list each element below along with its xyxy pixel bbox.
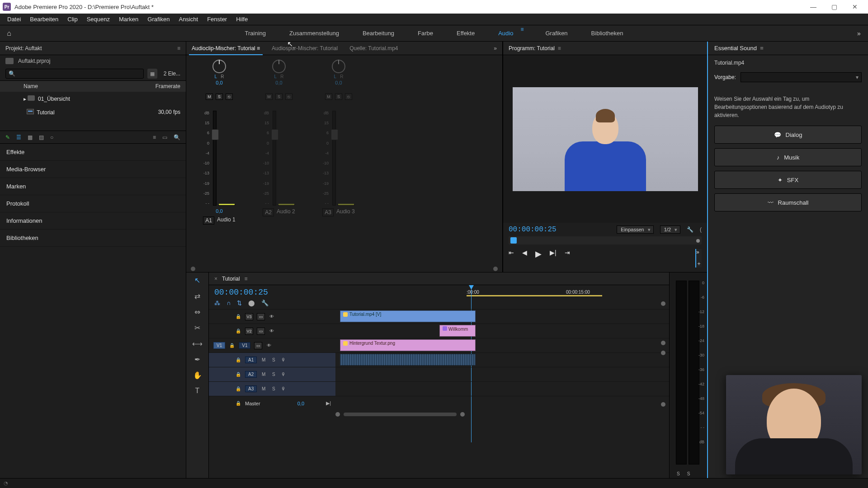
add-button[interactable]: ＋ [696,260,702,267]
program-timecode[interactable]: 00:00:00:25 [509,225,557,234]
menu-hilfe[interactable]: Hilfe [231,14,252,25]
mute-button[interactable]: M [265,94,273,100]
pan-value[interactable]: 0,0 [335,80,342,85]
solo-button[interactable]: S [275,94,283,100]
program-resolution-dropdown[interactable]: 1/2 [660,225,680,234]
track-header-a1[interactable]: 🔒A1 MS🎙 [209,352,335,367]
go-to-in-button[interactable]: ⇤ [509,249,514,267]
workspace-zusammenstellung[interactable]: Zusammenstellung [288,26,341,40]
panel-marken[interactable]: Marken [0,178,186,195]
ripple-edit-tool[interactable]: ⇔ [194,308,200,316]
scroll-handle[interactable] [661,402,665,407]
go-to-next-icon[interactable]: ▶| [326,400,331,406]
workspace-effekte[interactable]: Effekte [455,26,476,40]
menu-datei[interactable]: Datei [3,14,25,25]
bracket-icon[interactable]: ( [700,226,702,233]
column-name[interactable]: Name [18,83,145,89]
timeline-timecode[interactable]: 00:00:00:25 [214,288,330,297]
fx-bypass-button[interactable]: ⦸ [345,94,352,100]
mixer-scroll-left[interactable] [191,267,195,271]
home-button[interactable]: ⌂ [0,29,18,38]
solo-left[interactable]: S [677,471,680,476]
track-header-a3[interactable]: 🔒A3 MS🎙 [209,381,335,396]
fader[interactable] [213,111,217,206]
mute-button[interactable]: M [260,357,267,362]
pan-knob[interactable] [212,60,226,73]
freeform-view-icon[interactable]: ▤ [39,134,44,141]
lock-icon[interactable]: 🔒 [235,314,241,319]
icon-view-icon[interactable]: ▦ [28,134,33,141]
workspace-farbe[interactable]: Farbe [416,26,435,40]
pan-knob[interactable] [332,60,345,73]
tab-quelle[interactable]: Quelle: Tutorial.mp4 [349,45,398,52]
clip-v2[interactable]: Willkomm [439,325,476,337]
preset-dropdown[interactable] [741,72,862,82]
project-search-input[interactable]: 🔍 [5,69,144,79]
pen-tool[interactable]: ✒ [194,355,200,364]
hzoom-bar[interactable] [344,413,457,416]
track-select-tool[interactable]: ⇄ [194,292,200,300]
project-view-grid-icon[interactable]: ▦ [147,69,157,79]
menu-marken[interactable]: Marken [114,14,143,25]
wrench-icon[interactable]: 🔧 [687,226,693,233]
mixer-scroll-right[interactable] [493,267,498,271]
tag-dialog-button[interactable]: 💬Dialog [714,126,862,144]
project-panel-menu[interactable]: ≡ [177,45,180,52]
menu-ansicht[interactable]: Ansicht [174,14,203,25]
play-button[interactable]: ▶ [535,249,542,267]
bin-row[interactable]: Tutorial 30,00 fps [0,105,186,119]
menu-clip[interactable]: Clip [63,14,82,25]
program-panel-menu[interactable]: ≡ [558,45,561,52]
razor-tool[interactable]: ✂ [194,324,200,332]
workspace-overflow[interactable]: » [850,30,868,37]
clip-v3[interactable]: Tutorial.mp4 [V] [340,310,476,322]
tab-audioclip-mixer[interactable]: Audioclip-Mischer: Tutorial ≡ [192,45,260,52]
panel-informationen[interactable]: Informationen [0,212,186,230]
panel-protokoll[interactable]: Protokoll [0,195,186,212]
fader[interactable] [273,111,276,206]
window-minimize-button[interactable]: — [803,0,824,14]
program-viewport[interactable] [503,55,707,223]
fader[interactable] [332,111,336,206]
solo-button[interactable]: S [270,357,277,362]
mute-button[interactable]: M [325,94,332,100]
type-tool[interactable]: T [195,387,200,395]
marker-icon[interactable]: ⬤ [248,300,255,306]
voiceover-button[interactable]: 🎙 [280,357,287,362]
workspace-bearbeitung[interactable]: Bearbeitung [361,26,396,40]
timeline-tab-name[interactable]: Tutorial [222,276,240,282]
workspace-audio[interactable]: Audio [496,26,515,40]
sort-icon[interactable]: ≡ [153,134,156,141]
timeline-vscroll-top[interactable] [661,301,665,306]
clip-a1[interactable] [340,354,476,366]
bin-row[interactable]: ▸ 01_Übersicht [0,92,186,105]
mute-button[interactable]: M [206,94,213,100]
slip-tool[interactable]: ⟷ [192,339,203,348]
zoom-slider-icon[interactable]: ○ [50,134,53,141]
timeline-panel-menu[interactable]: ≡ [245,276,248,282]
workspace-training[interactable]: Training [243,26,268,40]
fx-bypass-button[interactable]: ⦸ [226,94,233,100]
track-header-v2[interactable]: 🔒V2 ▭👁 [209,324,335,338]
hzoom-right[interactable] [460,412,465,417]
settings-icon[interactable]: 🔧 [261,300,269,306]
track-header-master[interactable]: 🔒 Master 0,0 ▶| [209,396,335,410]
track-header-v3[interactable]: 🔒V3 ▭👁 [209,309,335,324]
timeline-tab-close[interactable]: × [214,276,217,282]
track-header-v1[interactable]: V1 🔒V1 ▭👁 [209,338,335,352]
menu-grafiken[interactable]: Grafiken [143,14,174,25]
scroll-handle[interactable] [661,341,665,345]
scroll-handle[interactable] [661,351,665,355]
mixer-overflow[interactable]: » [494,45,497,52]
transport-overflow[interactable]: » [696,249,702,255]
pan-value[interactable]: 0,0 [275,80,282,85]
solo-button[interactable]: S [216,94,223,100]
automate-icon[interactable]: ▭ [162,134,167,141]
window-maximize-button[interactable]: ▢ [824,0,844,14]
eye-icon[interactable]: 👁 [269,314,275,319]
tag-musik-button[interactable]: ♪Musik [714,148,862,166]
track-header-a2[interactable]: 🔒A2 MS🎙 [209,367,335,381]
solo-button[interactable]: S [335,94,342,100]
menu-fenster[interactable]: Fenster [203,14,231,25]
menu-sequenz[interactable]: Sequenz [82,14,114,25]
